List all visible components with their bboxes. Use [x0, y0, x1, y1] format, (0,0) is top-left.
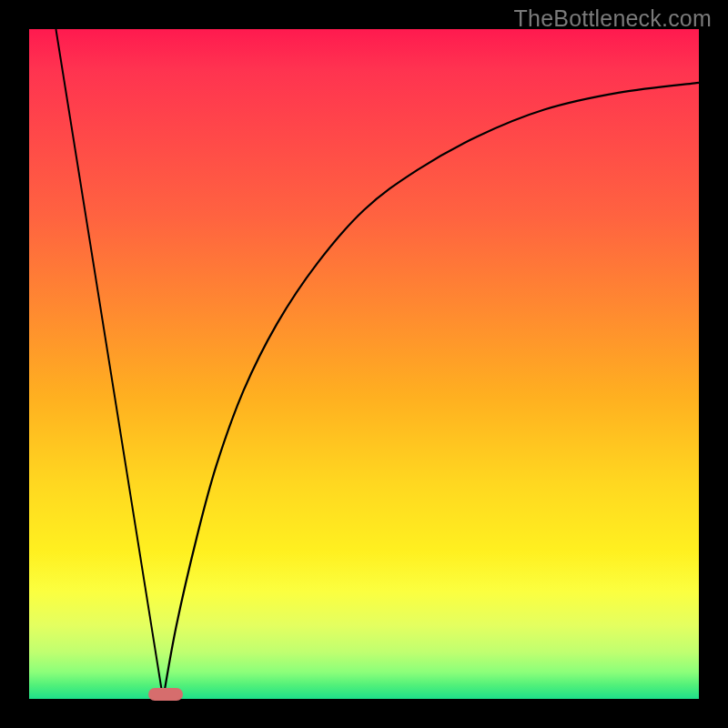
curve-layer	[29, 29, 699, 699]
right-curve-path	[163, 83, 699, 699]
bottleneck-marker	[148, 688, 183, 701]
chart-frame: TheBottleneck.com	[0, 0, 728, 728]
plot-area	[29, 29, 699, 699]
left-line-path	[56, 29, 163, 699]
watermark-text: TheBottleneck.com	[514, 5, 712, 32]
